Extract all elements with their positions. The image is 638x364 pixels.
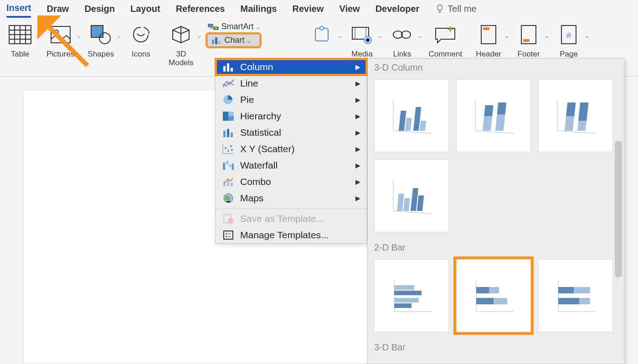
tab-draw[interactable]: Draw (46, 4, 69, 17)
gallery-scrollbar[interactable] (615, 141, 622, 277)
chart-menu-label: Save as Template... (240, 213, 324, 224)
chart-thumb-2d-clustered-bar[interactable] (374, 259, 449, 332)
svg-line-85 (393, 211, 432, 214)
chart-menu-line[interactable]: Line ▶ (216, 75, 367, 92)
svg-point-62 (226, 233, 227, 235)
chart-thumb-3d-100-stacked-column[interactable] (538, 79, 613, 152)
chart-thumb-3d-stacked-column[interactable] (456, 79, 531, 152)
chevron-down-icon: ⌵ (545, 32, 549, 39)
svg-rect-56 (231, 183, 233, 186)
line-chart-icon (222, 78, 235, 89)
chart-menu-column[interactable]: Column ▶ (216, 59, 367, 75)
svg-rect-99 (489, 287, 499, 293)
svg-point-47 (227, 150, 229, 152)
gallery-heading-2d-bar: 2-D Bar (368, 239, 624, 256)
chevron-down-icon: ⌵ (117, 32, 121, 39)
svg-rect-93 (394, 291, 422, 295)
ribbon-table[interactable]: ⌵ Table (6, 21, 34, 59)
comment-icon (433, 25, 458, 45)
chart-thumb-3d-column[interactable] (374, 159, 449, 232)
chart-menu-scatter[interactable]: X Y (Scatter) ▶ (216, 141, 367, 157)
chevron-down-icon: ⌵ (197, 32, 201, 39)
combo-chart-icon (222, 176, 235, 187)
chart-icon (211, 36, 222, 45)
chart-menu-manage-templates[interactable]: Manage Templates... (216, 227, 367, 243)
ribbon-chart-button[interactable]: Chart ⌵ (207, 34, 260, 46)
tab-references[interactable]: References (176, 4, 225, 17)
chevron-down-icon: ⌵ (256, 23, 260, 31)
svg-rect-89 (417, 195, 424, 211)
chart-thumb-icon (553, 275, 598, 316)
chart-menu-label: Line (240, 78, 258, 89)
chart-thumb-3d-clustered-column[interactable] (374, 79, 449, 152)
addin-icon (312, 25, 332, 45)
tab-view[interactable]: View (339, 4, 360, 17)
submenu-caret-icon: ▶ (355, 178, 360, 185)
picture-icon (50, 26, 71, 44)
chart-menu-waterfall[interactable]: Waterfall ▶ (216, 157, 367, 174)
chevron-down-icon: ⌵ (585, 32, 589, 39)
svg-rect-101 (494, 298, 507, 304)
ribbon-table-label: Table (11, 50, 30, 59)
ribbon-tab-bar: Insert Draw Design Layout References Mai… (0, 0, 638, 17)
ribbon-comment[interactable]: Comment (428, 21, 462, 59)
svg-point-18 (320, 26, 324, 30)
svg-rect-94 (394, 298, 419, 302)
ribbon-pictures[interactable]: ⌵ Pictures (46, 21, 74, 59)
chart-menu-pie[interactable]: Pie ▶ (216, 92, 367, 108)
chart-menu-label: Maps (240, 193, 263, 204)
svg-rect-12 (214, 27, 218, 30)
svg-rect-9 (91, 26, 103, 37)
tab-developer[interactable]: Developer (376, 4, 420, 17)
chart-gallery-panel: 3-D Column 2-D Bar 3-D Bar (367, 58, 624, 364)
svg-rect-71 (420, 121, 426, 131)
svg-point-10 (99, 33, 110, 44)
ribbon-page-number[interactable]: # ⌵ Page (555, 21, 582, 59)
icons-icon (131, 25, 151, 45)
chart-menu-hierarchy[interactable]: Hierarchy ▶ (216, 108, 367, 124)
gallery-heading-3d-column: 3-D Column (368, 59, 624, 77)
ribbon-addins[interactable]: ⌵ (308, 21, 335, 58)
chart-menu-label: Pie (240, 94, 254, 105)
ribbon-header-label: Header (476, 50, 501, 59)
svg-point-63 (226, 236, 227, 237)
tell-me-search[interactable]: Tell me (435, 4, 476, 17)
chart-menu-statistical[interactable]: Statistical ▶ (216, 124, 367, 141)
ribbon-smartart-chart-column: SmartArt ⌵ Chart ⌵ (207, 22, 260, 46)
chart-menu-label: Column (240, 62, 273, 72)
chart-menu-label: Hierarchy (240, 111, 281, 122)
ribbon-3d-models[interactable]: ⌵ 3D Models (167, 21, 195, 67)
svg-rect-83 (578, 103, 588, 121)
svg-rect-53 (232, 164, 234, 170)
ribbon-footer[interactable]: ⌵ Footer (515, 21, 542, 59)
svg-rect-7 (51, 26, 70, 43)
chart-thumb-2d-stacked-bar[interactable] (456, 259, 531, 332)
chart-menu-maps[interactable]: Maps ▶ (216, 190, 367, 206)
ribbon-header[interactable]: ⌵ Header (475, 21, 502, 59)
tab-design[interactable]: Design (84, 4, 115, 17)
ribbon-media[interactable]: ⌵ Media (348, 21, 376, 59)
chart-menu-combo[interactable]: Combo ▶ (216, 174, 367, 190)
hierarchy-chart-icon (222, 111, 235, 122)
ribbon-smartart[interactable]: SmartArt ⌵ (207, 22, 260, 31)
svg-rect-98 (476, 287, 489, 293)
svg-rect-30 (523, 39, 530, 42)
svg-rect-75 (484, 105, 494, 116)
chart-thumb-2d-100-stacked-bar[interactable] (538, 259, 613, 332)
svg-rect-11 (208, 24, 213, 27)
chevron-down-icon: ⌵ (378, 32, 382, 39)
svg-rect-51 (226, 161, 228, 164)
ribbon-icons[interactable]: Icons (127, 21, 154, 59)
svg-rect-35 (227, 63, 229, 72)
svg-rect-55 (227, 180, 229, 186)
tab-layout[interactable]: Layout (130, 4, 160, 17)
svg-rect-92 (394, 285, 414, 290)
tab-mailings[interactable]: Mailings (240, 4, 277, 17)
tab-insert[interactable]: Insert (6, 3, 31, 18)
gallery-heading-3d-bar: 3-D Bar (368, 338, 624, 356)
ribbon-shapes[interactable]: ⌵ Shapes (87, 21, 114, 59)
ribbon-links[interactable]: ⌵ Links (388, 21, 416, 59)
svg-rect-77 (497, 103, 507, 114)
column-chart-icon (222, 62, 235, 72)
tab-review[interactable]: Review (292, 4, 324, 17)
